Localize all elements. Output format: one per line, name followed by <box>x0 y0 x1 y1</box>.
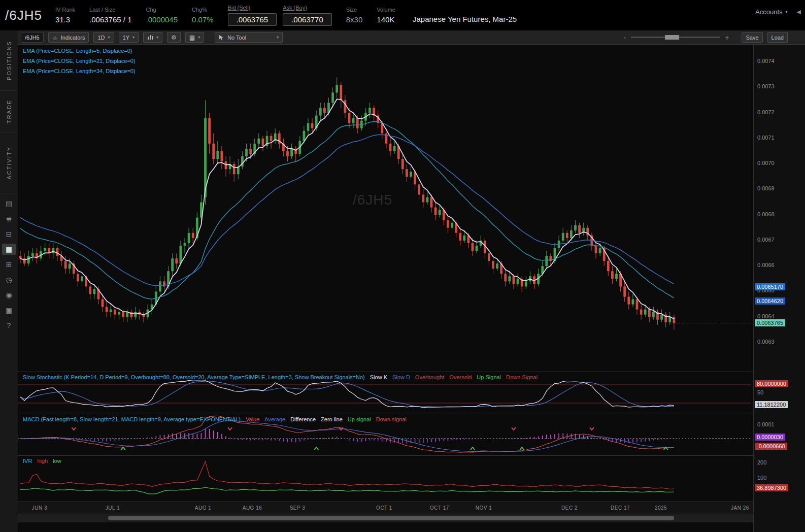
zoom-in-button[interactable]: + <box>725 34 729 42</box>
chart-style-dropdown[interactable]: ▾ <box>143 32 162 43</box>
macd-panel[interactable]: MACD (Fast length=8, Slow length=21, MAC… <box>18 414 753 456</box>
grid-pages-icon[interactable]: ⊞ <box>2 259 16 270</box>
curve-icon[interactable]: ⊟ <box>2 228 16 240</box>
sidebar-tab-trade[interactable]: TRADE <box>0 91 18 133</box>
gear-icon: ⚙ <box>171 34 177 41</box>
cursor-icon <box>219 35 224 41</box>
time-axis-label: 2025 <box>655 505 667 511</box>
iv-rank-label: IV Rank <box>55 7 75 13</box>
sidebar-tab-positions[interactable]: POSITIONS <box>0 30 18 91</box>
accounts-label: Accounts <box>755 8 782 16</box>
size-field: Size 8x30 <box>346 7 363 24</box>
zoom-slider-thumb[interactable] <box>665 35 679 40</box>
ivr-plot[interactable] <box>18 456 753 502</box>
chevron-down-icon: ▾ <box>156 35 158 40</box>
bid-label: Bid (Sell) <box>228 5 251 11</box>
time-axis-label: OCT 1 <box>376 505 392 511</box>
indicators-button-label: Indicators <box>61 35 85 41</box>
zoom-slider[interactable] <box>631 37 720 38</box>
legend-item: Down Signal <box>506 374 538 380</box>
up-signal-marker <box>121 447 125 450</box>
chg-pct-field: Chg% 0.07% <box>192 7 214 24</box>
journal-icon[interactable]: ≣ <box>2 213 16 224</box>
legend-item: low <box>53 458 61 464</box>
indicators-button[interactable]: ☼ Indicators <box>48 32 89 43</box>
iv-rank-value: 31.3 <box>55 15 70 24</box>
timeframe-dropdown[interactable]: 1D ▾ <box>93 32 114 43</box>
indicators-icon: ☼ <box>52 34 58 41</box>
grid-layout-dropdown[interactable]: ▦ ▾ <box>185 32 204 43</box>
bid-button[interactable]: .0063765 <box>228 13 277 26</box>
time-axis-label: JAN 26 <box>731 505 749 511</box>
down-signal-marker <box>512 427 516 430</box>
time-axis-label: DEC 2 <box>561 505 578 511</box>
time-axis-label: OCT 17 <box>430 505 449 511</box>
legend-item: Value <box>246 416 259 422</box>
collapse-panel-icon[interactable]: ◀ <box>797 9 801 15</box>
slow-k-line <box>20 381 674 408</box>
legend-item: EMA (Price=CLOSE, Length=5, Displace=0) <box>23 48 136 54</box>
legend-item: EMA (Price=CLOSE, Length=34, Displace=0) <box>23 68 136 74</box>
legend-item: MACD (Fast length=8, Slow length=21, MAC… <box>23 416 241 422</box>
drawing-tool-dropdown[interactable]: No Tool ▾ <box>215 32 283 43</box>
chart-toolbar: /6JH5 ☼ Indicators 1D ▾ 1Y ▾ ▾ ⚙ ▦ ▾ <box>18 30 805 45</box>
symbol-tab[interactable]: /6JH5 <box>21 32 44 43</box>
symbol-title: /6JH5 <box>5 8 42 23</box>
ema-34-line <box>20 135 674 285</box>
price-axis[interactable]: 0.00740.00730.00720.00710.00700.00690.00… <box>753 45 805 532</box>
accounts-dropdown[interactable]: Accounts ▾ <box>755 8 788 16</box>
scrollbar-thumb[interactable] <box>108 516 674 520</box>
grid-layout-icon: ▦ <box>189 34 195 41</box>
left-sidebar: POSITIONS TRADE ACTIVITY ▤≣⊟▦⊞◷◉▣? <box>0 30 18 532</box>
save-button[interactable]: Save <box>742 32 762 43</box>
platform-icon[interactable]: ▣ <box>2 305 16 316</box>
chg-value: .0000045 <box>146 15 178 24</box>
chart-icon[interactable]: ▦ <box>2 244 16 255</box>
sidebar-tab-activity[interactable]: ACTIVITY <box>0 133 18 193</box>
price-axis-tick: 0.0069 <box>757 185 775 191</box>
zoom-out-button[interactable]: - <box>624 34 626 42</box>
chart-settings-button[interactable]: ⚙ <box>167 32 181 43</box>
price-axis-tick: 0.0070 <box>757 160 775 166</box>
legend-item: Slow Stochastic (K Period=14, D Period=9… <box>23 374 365 380</box>
price-axis-badge: 0.0063765 <box>755 319 785 326</box>
ivr-legend: IVRhighlow <box>23 458 66 464</box>
help-icon[interactable]: ? <box>2 320 16 331</box>
candle-style-icon <box>147 35 153 41</box>
legend-item: Up signal <box>348 416 371 422</box>
chevron-down-icon: ▾ <box>786 10 788 14</box>
last-size-value: .0063765 / 1 <box>89 15 131 24</box>
chevron-down-icon: ▾ <box>132 35 135 40</box>
legend-item: Zero line <box>321 416 343 422</box>
time-axis-label: JUL 1 <box>106 505 120 511</box>
stochastic-panel[interactable]: Slow Stochastic (K Period=14, D Period=9… <box>18 372 753 414</box>
ema-5-line <box>20 99 674 319</box>
horizontal-scrollbar[interactable] <box>18 514 753 522</box>
price-plot[interactable] <box>18 45 753 372</box>
macd-axis-badge: -0.0000660 <box>755 443 787 450</box>
chg-field: Chg .0000045 <box>146 7 178 24</box>
ema-labels: EMA (Price=CLOSE, Length=5, Displace=0)E… <box>23 48 136 78</box>
price-axis-tick: 0.0064 <box>757 313 775 319</box>
load-button[interactable]: Load <box>767 32 788 43</box>
time-axis-label: SEP 3 <box>290 505 306 511</box>
chg-pct-value: 0.07% <box>192 15 214 24</box>
legend-item: EMA (Price=CLOSE, Length=21, Displace=0) <box>23 58 136 64</box>
chart-area: EMA (Price=CLOSE, Length=5, Displace=0)E… <box>18 45 753 532</box>
price-axis-badge: 0.0065170 <box>755 283 785 290</box>
candles <box>19 77 676 330</box>
follow-icon[interactable]: ◉ <box>2 289 16 301</box>
history-icon[interactable]: ◷ <box>2 274 16 285</box>
watchlist-icon[interactable]: ▤ <box>2 198 16 209</box>
volume-label: Volume <box>377 7 395 13</box>
time-axis-label: AUG 1 <box>195 505 212 511</box>
price-axis-tick: 0.0066 <box>757 262 775 268</box>
ivr-panel[interactable]: IVRhighlow <box>18 455 753 502</box>
chevron-down-icon: ▾ <box>198 35 200 40</box>
ask-button[interactable]: .0063770 <box>283 13 332 26</box>
ivr-axis-tick: 100 <box>757 475 766 481</box>
range-dropdown[interactable]: 1Y ▾ <box>119 32 139 43</box>
ask-field: Ask (Buy) .0063770 <box>283 5 332 26</box>
chevron-down-icon: ▾ <box>277 35 279 40</box>
price-panel[interactable]: EMA (Price=CLOSE, Length=5, Displace=0)E… <box>18 45 753 372</box>
